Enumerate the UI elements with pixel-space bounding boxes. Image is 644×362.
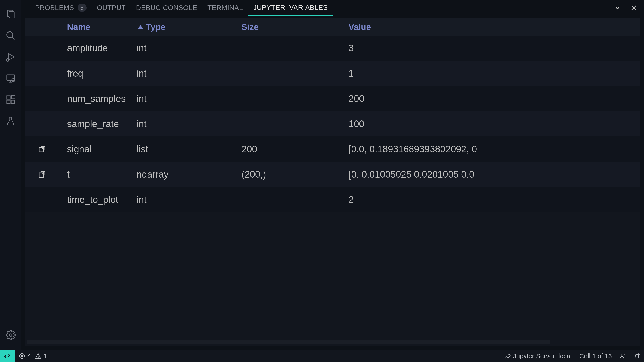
table-row[interactable]: freqint1 — [25, 61, 640, 86]
variable-type: int — [136, 93, 242, 104]
svg-rect-11 — [12, 95, 15, 99]
variable-value: [0.0, 0.18931689393802092, 0 — [348, 144, 640, 154]
tab-label: PROBLEMS — [35, 4, 74, 12]
variable-type: int — [136, 43, 242, 53]
panel-actions — [613, 4, 638, 12]
variables-panel: Name Type Size Value amplitudeint3freqin… — [25, 18, 640, 346]
variable-name: num_samples — [58, 93, 136, 104]
svg-point-0 — [7, 32, 13, 38]
extensions-icon[interactable] — [4, 93, 17, 106]
variable-type: int — [136, 118, 242, 129]
variable-value: 200 — [348, 93, 640, 104]
svg-point-12 — [10, 334, 12, 336]
testing-icon[interactable] — [4, 115, 17, 127]
svg-rect-4 — [7, 75, 14, 80]
tab-problems[interactable]: PROBLEMS 5 — [30, 0, 92, 16]
svg-point-26 — [621, 354, 623, 356]
variable-value: 2 — [348, 194, 640, 205]
chevron-down-icon[interactable] — [613, 4, 622, 12]
errors-count: 4 — [28, 352, 31, 360]
tab-label: JUPYTER: VARIABLES — [253, 4, 328, 11]
variable-type: int — [136, 68, 242, 79]
variable-type: int — [136, 194, 242, 205]
column-type[interactable]: Type — [136, 22, 242, 32]
variable-name: time_to_plot — [58, 194, 136, 205]
panel-content: PROBLEMS 5 OUTPUT DEBUG CONSOLE TERMINAL… — [22, 0, 644, 350]
sort-ascending-icon — [136, 23, 144, 31]
cell-position-label: Cell 1 of 13 — [579, 352, 612, 360]
explorer-icon[interactable] — [4, 8, 17, 20]
svg-rect-8 — [7, 96, 10, 99]
remote-indicator[interactable] — [0, 350, 15, 362]
column-name[interactable]: Name — [58, 22, 136, 32]
svg-line-1 — [12, 37, 14, 39]
status-jupyter-server[interactable]: Jupyter Server: local — [501, 352, 576, 360]
search-icon[interactable] — [4, 29, 17, 42]
status-feedback-icon[interactable] — [616, 353, 630, 359]
status-bell-icon[interactable] — [630, 353, 644, 359]
tab-jupyter-variables[interactable]: JUPYTER: VARIABLES — [248, 0, 333, 16]
tab-label: TERMINAL — [208, 4, 243, 12]
svg-rect-9 — [7, 100, 10, 103]
variable-name: sample_rate — [58, 118, 136, 129]
svg-marker-2 — [8, 53, 14, 60]
status-errors[interactable]: 4 — [15, 352, 35, 360]
tab-debug-console[interactable]: DEBUG CONSOLE — [131, 0, 202, 16]
variable-value: 100 — [348, 118, 640, 129]
variables-rows: amplitudeint3freqint1num_samplesint200sa… — [25, 35, 640, 340]
svg-point-27 — [638, 354, 639, 355]
warnings-count: 1 — [44, 352, 47, 360]
column-value[interactable]: Value — [348, 22, 640, 32]
table-row[interactable]: num_samplesint200 — [25, 86, 640, 111]
jupyter-server-label: Jupyter Server: local — [513, 352, 572, 360]
svg-marker-15 — [138, 25, 143, 29]
table-row[interactable]: signallist200[0.0, 0.18931689393802092, … — [25, 136, 640, 162]
column-type-label: Type — [146, 22, 165, 32]
expand-variable-icon[interactable] — [25, 170, 58, 179]
main-area: PROBLEMS 5 OUTPUT DEBUG CONSOLE TERMINAL… — [0, 0, 644, 350]
run-debug-icon[interactable] — [4, 50, 17, 63]
variable-value: [0. 0.01005025 0.0201005 0.0 — [348, 169, 640, 180]
table-row[interactable]: sample_rateint100 — [25, 111, 640, 136]
variables-header: Name Type Size Value — [25, 18, 640, 35]
status-bar: 4 1 Jupyter Server: local Cell 1 of 13 — [0, 350, 644, 362]
activity-bar — [0, 0, 22, 350]
table-row[interactable]: tndarray(200,)[0. 0.01005025 0.0201005 0… — [25, 162, 640, 187]
horizontal-scrollbar[interactable] — [28, 340, 550, 344]
variable-name: amplitude — [58, 43, 136, 53]
variable-value: 3 — [348, 43, 640, 53]
problems-badge: 5 — [78, 4, 87, 11]
status-cell-position[interactable]: Cell 1 of 13 — [576, 352, 616, 360]
panel-tabs: PROBLEMS 5 OUTPUT DEBUG CONSOLE TERMINAL… — [22, 0, 644, 16]
variable-name: t — [58, 169, 136, 180]
tab-output[interactable]: OUTPUT — [92, 0, 131, 16]
variable-size: (200,) — [242, 169, 348, 180]
remote-explorer-icon[interactable] — [4, 72, 17, 85]
close-icon[interactable] — [630, 4, 638, 12]
variable-type: list — [136, 144, 242, 154]
svg-rect-10 — [11, 100, 14, 103]
variable-name: freq — [58, 68, 136, 79]
tab-terminal[interactable]: TERMINAL — [202, 0, 248, 16]
tab-label: DEBUG CONSOLE — [136, 4, 197, 12]
status-warnings[interactable]: 1 — [35, 352, 51, 360]
tab-label: OUTPUT — [97, 4, 126, 12]
table-row[interactable]: time_to_plotint2 — [25, 187, 640, 212]
column-size[interactable]: Size — [242, 22, 348, 32]
table-row[interactable]: amplitudeint3 — [25, 35, 640, 61]
settings-gear-icon[interactable] — [4, 329, 17, 342]
variable-type: ndarray — [136, 169, 242, 180]
svg-point-25 — [506, 357, 507, 358]
variable-name: signal — [58, 144, 136, 154]
variable-size: 200 — [242, 144, 348, 154]
expand-variable-icon[interactable] — [25, 145, 58, 153]
svg-point-24 — [38, 358, 38, 358]
variable-value: 1 — [348, 68, 640, 79]
